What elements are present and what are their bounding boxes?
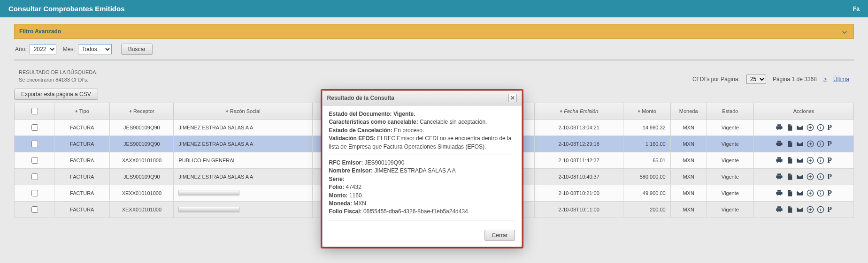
- next-page-link[interactable]: >: [823, 76, 827, 83]
- filter-advanced-bar[interactable]: Filtro Avanzado: [14, 24, 854, 39]
- cell-moneda: MXN: [670, 168, 707, 185]
- info-icon[interactable]: [817, 157, 824, 164]
- dialog-title: Resultado de la Consulta: [327, 95, 394, 101]
- row-checkbox[interactable]: [31, 190, 38, 196]
- top-bar: Consultar Comprobantes Emitidos Fa: [0, 0, 868, 17]
- row-checkbox[interactable]: [31, 206, 38, 213]
- mail-icon[interactable]: [796, 124, 804, 131]
- row-checkbox[interactable]: [31, 141, 38, 147]
- plus-icon[interactable]: [807, 157, 814, 164]
- close-icon[interactable]: ✕: [508, 94, 517, 102]
- dialog-header: Resultado de la Consulta ✕: [323, 91, 522, 105]
- nombre-value: JIMENEZ ESTRADA SALAS A A: [374, 167, 455, 174]
- p-icon[interactable]: P: [827, 140, 832, 148]
- cell-acciones: P: [754, 185, 854, 201]
- cell-estado: Vigente: [707, 201, 754, 218]
- pdf-icon[interactable]: [786, 124, 793, 131]
- last-page-link[interactable]: Última: [833, 76, 849, 83]
- pdf-icon[interactable]: [786, 140, 793, 148]
- info-icon[interactable]: [817, 140, 824, 148]
- cell-monto: 1,160.00: [623, 135, 671, 152]
- estado-canc-value: En proceso.: [394, 127, 424, 134]
- row-checkbox[interactable]: [31, 157, 38, 164]
- print-icon[interactable]: [776, 206, 783, 213]
- print-icon[interactable]: [776, 157, 783, 164]
- plus-icon[interactable]: [807, 124, 814, 131]
- results-line2: Se encontraron 84183 CFDI's.: [19, 76, 98, 84]
- nombre-label: Nombre Emisor:: [329, 167, 373, 174]
- print-icon[interactable]: [776, 140, 783, 148]
- estado-doc-value: Vigente.: [393, 111, 415, 117]
- results-line1: RESULTADO DE LA BÚSQUEDA.: [19, 69, 98, 76]
- plus-icon[interactable]: [807, 140, 814, 148]
- filter-row: Año: 2022 Mes: Todos Buscar: [14, 39, 854, 60]
- select-all-checkbox[interactable]: [31, 108, 38, 114]
- cell-razon: [174, 185, 313, 201]
- plus-icon[interactable]: [807, 206, 814, 213]
- col-receptor[interactable]: ♦Receptor: [110, 103, 174, 119]
- cell-fecha: 2-10-08T11:42:37: [535, 152, 623, 168]
- header-right-fragment: Fa: [853, 6, 860, 12]
- mail-icon[interactable]: [796, 189, 804, 197]
- dialog-close-button[interactable]: Cerrar: [485, 230, 515, 232]
- print-icon[interactable]: [776, 124, 783, 131]
- per-page-select[interactable]: 25: [746, 75, 766, 84]
- info-icon[interactable]: [817, 206, 824, 213]
- efos-label: Validación EFOS:: [329, 135, 376, 142]
- col-tipo[interactable]: ♦Tipo: [54, 103, 110, 119]
- row-checkbox[interactable]: [31, 173, 38, 180]
- page-info: Página 1 de 3368: [773, 76, 817, 83]
- col-razon[interactable]: ♦Razón Social: [174, 103, 313, 119]
- print-icon[interactable]: [776, 173, 783, 180]
- search-button[interactable]: Buscar: [121, 44, 153, 55]
- cell-tipo: FACTURA: [54, 185, 110, 201]
- info-icon[interactable]: [817, 189, 824, 197]
- cell-acciones: P: [754, 201, 854, 218]
- mail-icon[interactable]: [796, 157, 804, 164]
- export-csv-button[interactable]: Exportar esta página a CSV: [14, 89, 98, 100]
- pdf-icon[interactable]: [786, 157, 793, 164]
- page-title: Consultar Comprobantes Emitidos: [8, 5, 125, 13]
- p-icon[interactable]: P: [827, 156, 832, 165]
- moneda-label: Moneda:: [329, 200, 352, 207]
- cell-estado: Vigente: [707, 119, 754, 135]
- col-fecha[interactable]: ♦Fecha Emisión: [535, 103, 623, 119]
- pdf-icon[interactable]: [786, 206, 793, 213]
- mail-icon[interactable]: [796, 140, 804, 148]
- print-icon[interactable]: [776, 189, 783, 197]
- cell-acciones: P: [754, 135, 854, 152]
- cell-monto: 14,980.32: [623, 119, 671, 135]
- info-icon[interactable]: [817, 124, 824, 131]
- pdf-icon[interactable]: [786, 173, 793, 180]
- moneda-value: MXN: [353, 200, 366, 207]
- pdf-icon[interactable]: [786, 189, 793, 197]
- info-icon[interactable]: [817, 173, 824, 180]
- p-icon[interactable]: P: [827, 173, 832, 181]
- cell-receptor: XAXX010101000: [110, 152, 174, 168]
- mail-icon[interactable]: [796, 173, 804, 180]
- plus-icon[interactable]: [807, 173, 814, 180]
- p-icon[interactable]: P: [827, 123, 832, 132]
- cell-moneda: MXN: [670, 135, 707, 152]
- p-icon[interactable]: P: [827, 189, 832, 197]
- carac-label: Características como cancelable:: [329, 119, 418, 125]
- annotation-outline: Resultado de la Consulta ✕ Estado del Do…: [321, 89, 523, 232]
- estado-canc-label: Estado de Cancelación:: [329, 127, 392, 134]
- cell-estado: Vigente: [707, 152, 754, 168]
- rfc-value: JES900109Q90: [365, 159, 405, 166]
- cell-fecha: 2-10-08T12:29:18: [535, 135, 623, 152]
- chevron-down-icon[interactable]: [840, 27, 849, 36]
- cell-acciones: P: [754, 152, 854, 168]
- plus-icon[interactable]: [807, 189, 814, 197]
- year-select[interactable]: 2022: [30, 44, 56, 54]
- cell-fecha: 2-10-08T10:40:37: [535, 168, 623, 185]
- filter-bar-label: Filtro Avanzado: [19, 28, 61, 35]
- mail-icon[interactable]: [796, 206, 804, 213]
- p-icon[interactable]: P: [827, 205, 832, 214]
- cell-tipo: FACTURA: [54, 119, 110, 135]
- col-monto[interactable]: ♦Monto: [623, 103, 671, 119]
- row-checkbox[interactable]: [31, 124, 38, 131]
- dialog-body: Estado del Documento: Vigente. Caracterí…: [323, 105, 522, 228]
- month-select[interactable]: Todos: [78, 44, 112, 54]
- cell-estado: Vigente: [707, 135, 754, 152]
